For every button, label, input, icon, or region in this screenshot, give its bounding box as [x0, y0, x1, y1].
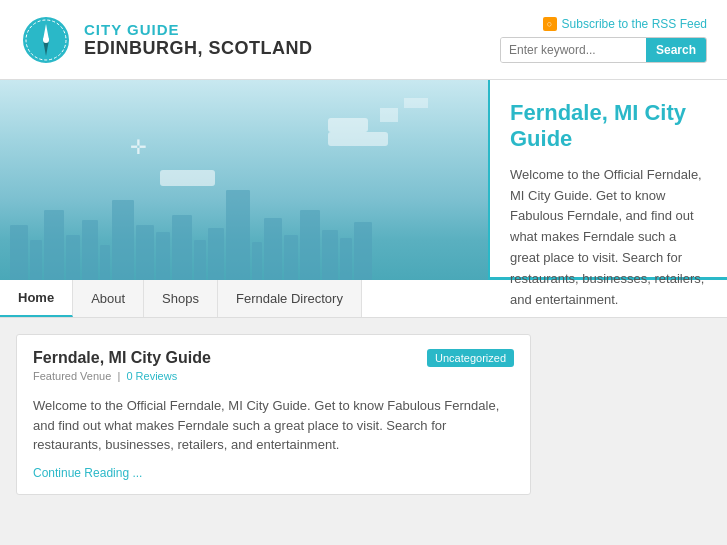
city-guide-label: CITY GUIDE — [84, 21, 313, 38]
building — [322, 230, 338, 280]
post-header: Ferndale, MI City Guide Featured Venue |… — [33, 349, 514, 392]
nav-item-home[interactable]: Home — [0, 280, 73, 317]
cloud-2 — [328, 132, 388, 146]
svg-point-4 — [43, 37, 49, 43]
post-body: Welcome to the Official Ferndale, MI Cit… — [33, 396, 514, 455]
building — [194, 240, 206, 280]
building — [66, 235, 80, 280]
nav-item-about[interactable]: About — [73, 280, 144, 317]
building — [10, 225, 28, 280]
building — [136, 225, 154, 280]
nav-item-ferndale-directory[interactable]: Ferndale Directory — [218, 280, 362, 317]
post-reviews-link[interactable]: 0 Reviews — [126, 370, 177, 382]
hero-title: Ferndale, MI City Guide — [510, 100, 707, 153]
hero-description: Welcome to the Official Ferndale, MI Cit… — [510, 165, 707, 311]
rss-link[interactable]: ○ Subscribe to the RSS Feed — [543, 17, 707, 31]
search-input[interactable] — [501, 38, 646, 62]
skyline — [0, 190, 488, 280]
post-title-area: Ferndale, MI City Guide Featured Venue |… — [33, 349, 211, 392]
post-card: Ferndale, MI City Guide Featured Venue |… — [16, 334, 531, 495]
building — [156, 232, 170, 280]
hero-section: ✛ Ferndale, MI City Guide Welco — [0, 80, 727, 280]
pixel-decoration-2 — [404, 98, 428, 108]
post-meta: Featured Venue | 0 Reviews — [33, 370, 211, 382]
building — [82, 220, 98, 280]
site-header: CITY GUIDE EDINBURGH, SCOTLAND ○ Subscri… — [0, 0, 727, 80]
nav-item-shops[interactable]: Shops — [144, 280, 218, 317]
building — [284, 235, 298, 280]
read-more-link[interactable]: Continue Reading ... — [33, 466, 142, 480]
rss-label: Subscribe to the RSS Feed — [562, 17, 707, 31]
header-right: ○ Subscribe to the RSS Feed Search — [500, 17, 707, 63]
logo-area: CITY GUIDE EDINBURGH, SCOTLAND — [20, 14, 313, 66]
logo-icon — [20, 14, 72, 66]
post-title: Ferndale, MI City Guide — [33, 349, 211, 367]
pixel-decoration-1 — [380, 108, 398, 122]
logo-text: CITY GUIDE EDINBURGH, SCOTLAND — [84, 21, 313, 59]
rss-icon: ○ — [543, 17, 557, 31]
hero-text: Ferndale, MI City Guide Welcome to the O… — [490, 80, 727, 277]
cloud-3 — [160, 170, 215, 186]
building — [264, 218, 282, 280]
building — [300, 210, 320, 280]
pixel-cross: ✛ — [130, 135, 147, 159]
building — [354, 222, 372, 280]
building — [30, 240, 42, 280]
search-button[interactable]: Search — [646, 38, 706, 62]
hero-image: ✛ — [0, 80, 490, 280]
post-venue: Featured Venue — [33, 370, 111, 382]
post-category-badge: Uncategorized — [427, 349, 514, 367]
building — [340, 238, 352, 280]
building — [226, 190, 250, 280]
building — [44, 210, 64, 280]
building — [100, 245, 110, 280]
building — [208, 228, 224, 280]
city-name-label: EDINBURGH, SCOTLAND — [84, 38, 313, 59]
building — [252, 242, 262, 280]
building — [112, 200, 134, 280]
sidebar — [547, 334, 727, 507]
content-area: Ferndale, MI City Guide Featured Venue |… — [0, 318, 727, 507]
building — [172, 215, 192, 280]
search-bar: Search — [500, 37, 707, 63]
main-content: Ferndale, MI City Guide Featured Venue |… — [0, 334, 547, 507]
cloud-1 — [328, 118, 368, 132]
